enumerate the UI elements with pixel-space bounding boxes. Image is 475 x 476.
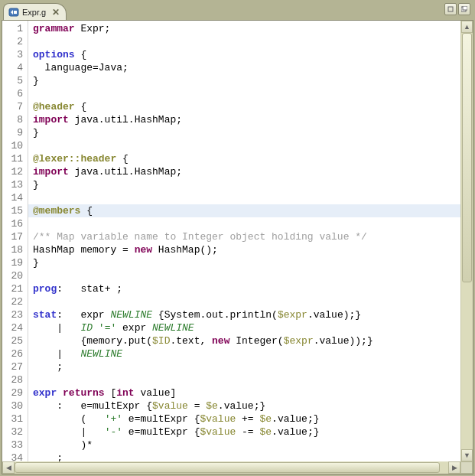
line-number: 25 [2, 334, 23, 347]
svg-rect-2 [448, 7, 453, 11]
file-icon [8, 7, 19, 18]
line-number: 12 [2, 165, 23, 178]
code-area: 1234567891011121314151617181920212223242… [2, 21, 473, 461]
code-line[interactable]: @members { [28, 204, 460, 217]
line-number: 32 [2, 425, 23, 439]
code-line[interactable]: HashMap memory = new HashMap(); [33, 244, 218, 256]
code-line[interactable]: prog: stat+ ; [33, 283, 122, 295]
code-line[interactable]: @header { [33, 101, 86, 112]
tab-expr-g[interactable]: Expr.g ✕ [3, 3, 67, 20]
line-number: 24 [2, 321, 23, 334]
maximize-button[interactable] [458, 3, 470, 15]
vscroll-track[interactable] [461, 33, 473, 449]
scroll-left-icon[interactable]: ◀ [2, 461, 15, 474]
line-number: 18 [2, 243, 23, 256]
line-number: 26 [2, 347, 23, 360]
hscroll-thumb[interactable] [15, 462, 440, 473]
line-number: 10 [2, 139, 23, 152]
editor-window: Expr.g ✕ 1234567891011121314151617181920… [0, 0, 475, 476]
line-number: 20 [2, 269, 23, 282]
line-number-gutter: 1234567891011121314151617181920212223242… [2, 21, 28, 461]
code-line[interactable]: } [33, 75, 39, 86]
code-line[interactable]: grammar Expr; [33, 23, 110, 34]
line-number: 21 [2, 282, 23, 295]
code-line[interactable]: {memory.put($ID.text, new Integer($expr.… [33, 335, 373, 347]
code-line[interactable]: : e=multExpr {$value = $e.value;} [33, 400, 265, 412]
code-line[interactable]: import java.util.HashMap; [33, 166, 182, 178]
horizontal-scrollbar[interactable]: ◀ ▶ [2, 461, 473, 474]
code-line[interactable]: } [33, 127, 39, 139]
line-number: 8 [2, 113, 23, 126]
scroll-down-icon[interactable]: ▼ [461, 449, 473, 461]
code-content[interactable]: grammar Expr; options { language=Java; }… [28, 21, 460, 461]
code-line[interactable]: /** Map variable name to Integer object … [33, 231, 367, 243]
code-line[interactable]: | '-' e=multExpr {$value -= $e.value;} [33, 426, 320, 438]
code-line[interactable]: ; [33, 361, 63, 373]
code-line[interactable]: options { [33, 49, 86, 60]
line-number: 7 [2, 100, 23, 113]
code-line[interactable]: import java.util.HashMap; [33, 114, 182, 126]
svg-rect-4 [463, 6, 467, 10]
vscroll-thumb[interactable] [462, 33, 472, 282]
line-number: 23 [2, 308, 23, 321]
line-number: 16 [2, 217, 23, 230]
line-number: 6 [2, 87, 23, 100]
line-number: 30 [2, 399, 23, 412]
code-line[interactable]: } [33, 179, 39, 191]
tab-bar: Expr.g ✕ [2, 2, 473, 20]
line-number: 33 [2, 439, 23, 452]
hscroll-track[interactable] [15, 461, 448, 474]
line-number: 34 [2, 452, 23, 461]
scroll-right-icon[interactable]: ▶ [448, 461, 460, 474]
scroll-up-icon[interactable]: ▲ [461, 21, 473, 33]
line-number: 4 [2, 61, 23, 74]
line-number: 3 [2, 48, 23, 61]
line-number: 9 [2, 126, 23, 139]
line-number: 15 [2, 204, 23, 217]
code-line[interactable]: )* [33, 439, 93, 451]
line-number: 19 [2, 256, 23, 269]
code-line[interactable]: ; [33, 452, 63, 461]
line-number: 11 [2, 152, 23, 165]
editor-body: 1234567891011121314151617181920212223242… [2, 20, 473, 474]
code-line[interactable]: language=Java; [33, 62, 129, 73]
line-number: 13 [2, 178, 23, 191]
line-number: 1 [2, 22, 23, 35]
code-line[interactable]: @lexer::header { [33, 153, 129, 165]
vertical-scrollbar[interactable]: ▲ ▼ [460, 21, 473, 461]
code-line[interactable]: stat: expr NEWLINE {System.out.println($… [33, 309, 361, 321]
code-line[interactable]: expr returns [int value] [33, 387, 176, 399]
code-line[interactable]: ( '+' e=multExpr {$value += $e.value;} [33, 413, 320, 425]
tab-title: Expr.g [22, 8, 46, 17]
line-number: 31 [2, 412, 23, 425]
line-number: 27 [2, 360, 23, 373]
line-number: 29 [2, 386, 23, 399]
line-number: 5 [2, 74, 23, 87]
code-line[interactable]: | ID '=' expr NEWLINE [33, 322, 194, 334]
line-number: 28 [2, 373, 23, 386]
line-number: 22 [2, 295, 23, 308]
code-line[interactable]: | NEWLINE [33, 348, 122, 360]
close-icon[interactable]: ✕ [52, 8, 60, 17]
minimize-button[interactable] [444, 3, 457, 15]
scroll-corner [460, 461, 473, 474]
line-number: 17 [2, 230, 23, 243]
line-number: 2 [2, 35, 23, 48]
svg-rect-1 [14, 11, 17, 14]
line-number: 14 [2, 191, 23, 204]
code-line[interactable]: } [33, 257, 39, 269]
window-controls [444, 3, 470, 15]
